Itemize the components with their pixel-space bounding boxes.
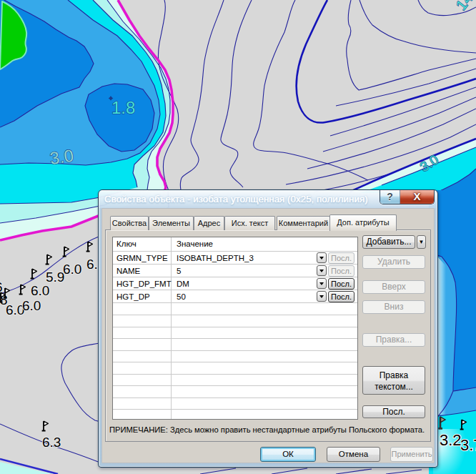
svg-text:3.7: 3.7 [460, 436, 476, 454]
svg-text:6.0: 6.0 [31, 283, 49, 298]
svg-text:6.0: 6.0 [63, 262, 81, 277]
svg-text:6.0: 6.0 [22, 298, 41, 313]
svg-text:1.8: 1.8 [111, 98, 135, 117]
svg-text:5.9: 5.9 [46, 270, 64, 285]
svg-text:3.0: 3.0 [49, 146, 75, 168]
svg-text:6.3: 6.3 [42, 435, 61, 450]
svg-text:3.2: 3.2 [440, 431, 462, 449]
